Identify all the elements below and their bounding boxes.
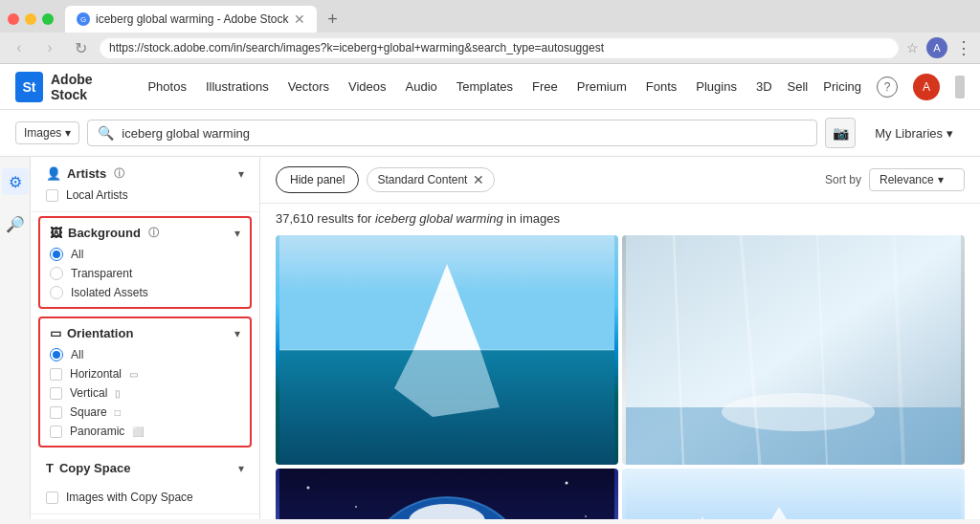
copy-space-chevron[interactable]: ▾ xyxy=(238,462,244,475)
results-area: Hide panel Standard Content ✕ Sort by Re… xyxy=(260,157,980,519)
image-result-2[interactable] xyxy=(622,235,965,465)
background-all-label: All xyxy=(71,248,83,261)
nav-plugins[interactable]: Plugins xyxy=(696,79,737,94)
bookmark-icon[interactable]: ☆ xyxy=(906,40,919,55)
results-number: 37,610 results for xyxy=(276,211,375,226)
orientation-filter-section: ▭ Orientation ▾ All Horizontal xyxy=(38,317,252,448)
background-radio-isolated[interactable] xyxy=(50,286,63,299)
similar-search-icon[interactable]: 🔎 xyxy=(2,210,29,237)
background-filter-title: 🖼 Background ⓘ xyxy=(50,226,159,240)
orientation-option-panoramic[interactable]: Panoramic ⬜ xyxy=(50,425,240,438)
user-avatar[interactable]: A xyxy=(913,74,940,100)
browser-menu-icon[interactable]: ⋮ xyxy=(955,37,972,58)
adobe-stock-logo-text: Adobe Stock xyxy=(51,72,124,102)
close-traffic-light[interactable] xyxy=(8,13,19,25)
nav-free[interactable]: Free xyxy=(532,79,558,94)
nav-audio[interactable]: Audio xyxy=(406,79,437,94)
background-info-icon[interactable]: ⓘ xyxy=(148,226,159,240)
nav-right: Sell Pricing ? A xyxy=(788,74,965,100)
visual-search-button[interactable]: 📷 xyxy=(825,118,856,148)
tab-bar: G iceberg global warming - Adobe Stock ✕… xyxy=(0,0,980,33)
local-artists-checkbox[interactable] xyxy=(46,189,58,202)
copy-space-filter-title: T Copy Space xyxy=(46,461,130,475)
sort-value: Relevance xyxy=(880,173,934,186)
artists-info-icon[interactable]: ⓘ xyxy=(114,166,124,181)
image-result-1[interactable] xyxy=(276,235,618,465)
background-radio-transparent[interactable] xyxy=(50,267,63,280)
nav-illustrations[interactable]: Illustrations xyxy=(206,79,269,94)
standard-content-filter-tag[interactable]: Standard Content ✕ xyxy=(367,167,495,192)
filter-tag-close-icon[interactable]: ✕ xyxy=(473,172,484,187)
copy-space-header[interactable]: T Copy Space ▾ xyxy=(46,461,244,475)
orientation-option-vertical[interactable]: Vertical ▯ xyxy=(50,386,240,400)
background-chevron[interactable]: ▾ xyxy=(234,227,240,240)
adobe-stock-logo-icon: St xyxy=(15,72,43,102)
orientation-radio-all[interactable] xyxy=(50,348,63,361)
background-radio-all[interactable] xyxy=(50,248,63,261)
results-suffix: in images xyxy=(503,211,560,226)
nav-templates[interactable]: Templates xyxy=(457,79,513,94)
square-icon: □ xyxy=(115,407,121,418)
search-icon: 🔍 xyxy=(98,125,114,141)
my-libraries-label: My Libraries xyxy=(875,126,943,141)
new-tab-button[interactable]: + xyxy=(321,8,344,31)
artists-chevron[interactable]: ▾ xyxy=(238,167,244,181)
tab-close-button[interactable]: ✕ xyxy=(294,11,305,27)
help-icon[interactable]: ? xyxy=(877,76,898,98)
maximize-traffic-light[interactable] xyxy=(42,13,54,25)
copy-space-section: T Copy Space ▾ Images with Copy Space xyxy=(31,451,259,514)
copy-space-checkbox[interactable] xyxy=(46,491,58,504)
nav-sell[interactable]: Sell xyxy=(788,79,809,94)
nav-photos[interactable]: Photos xyxy=(147,79,186,94)
refresh-button[interactable]: ↻ xyxy=(69,39,92,57)
forward-button[interactable]: › xyxy=(38,39,61,56)
browser-chrome: G iceberg global warming - Adobe Stock ✕… xyxy=(0,0,980,64)
orientation-filter-header[interactable]: ▭ Orientation ▾ xyxy=(50,326,240,340)
image-result-4[interactable] xyxy=(622,469,965,519)
sort-chevron: ▾ xyxy=(938,173,944,186)
local-artists-option[interactable]: Local Artists xyxy=(46,188,244,202)
search-type-select[interactable]: Images ▾ xyxy=(15,121,79,144)
top-nav: St Adobe Stock Photos Illustrations Vect… xyxy=(0,64,980,110)
orientation-option-square[interactable]: Square □ xyxy=(50,405,240,419)
traffic-lights xyxy=(8,13,54,25)
image-grid xyxy=(260,231,980,519)
background-filter-header[interactable]: 🖼 Background ⓘ ▾ xyxy=(50,226,240,240)
browser-tab[interactable]: G iceberg global warming - Adobe Stock ✕ xyxy=(65,6,317,33)
minimize-traffic-light[interactable] xyxy=(25,13,36,25)
sidebar-filters: 👤 Artists ⓘ ▾ Local Artists 🖼 Backgroun xyxy=(31,157,260,519)
copy-space-icon: T xyxy=(46,461,54,475)
background-filter-section: 🖼 Background ⓘ ▾ All Tran xyxy=(38,216,252,309)
nav-vectors[interactable]: Vectors xyxy=(288,79,329,94)
nav-fonts[interactable]: Fonts xyxy=(646,79,678,94)
address-input[interactable] xyxy=(100,37,899,58)
orientation-check-panoramic[interactable] xyxy=(50,426,62,438)
orientation-check-horizontal[interactable] xyxy=(50,368,62,381)
orientation-chevron[interactable]: ▾ xyxy=(234,327,240,340)
background-option-isolated[interactable]: Isolated Assets xyxy=(50,286,240,299)
radio-inner-orient-all xyxy=(53,351,60,359)
my-libraries-button[interactable]: My Libraries ▾ xyxy=(863,120,965,146)
orientation-option-all[interactable]: All xyxy=(50,348,240,361)
orientation-check-square[interactable] xyxy=(50,406,62,419)
search-input[interactable] xyxy=(122,126,807,141)
filter-tool-icon[interactable]: ⚙ xyxy=(2,168,29,195)
back-button[interactable]: ‹ xyxy=(8,39,31,56)
sort-by-label: Sort by xyxy=(825,173,861,186)
hide-panel-button[interactable]: Hide panel xyxy=(276,166,359,193)
nav-3d[interactable]: 3D xyxy=(756,79,772,94)
copy-space-option[interactable]: Images with Copy Space xyxy=(46,483,244,504)
sort-select[interactable]: Relevance ▾ xyxy=(869,168,965,191)
background-option-all[interactable]: All xyxy=(50,248,240,261)
nav-pricing[interactable]: Pricing xyxy=(823,79,861,94)
image-result-3[interactable] xyxy=(276,469,618,519)
profile-icon[interactable]: A xyxy=(926,37,947,58)
nav-scrollbar xyxy=(955,76,965,98)
orientation-check-vertical[interactable] xyxy=(50,387,62,400)
panoramic-icon: ⬜ xyxy=(132,426,144,437)
nav-links: Photos Illustrations Vectors Videos Audi… xyxy=(147,79,771,94)
nav-premium[interactable]: Premium xyxy=(577,79,627,94)
orientation-option-horizontal[interactable]: Horizontal ▭ xyxy=(50,367,240,381)
nav-videos[interactable]: Videos xyxy=(348,79,387,94)
background-option-transparent[interactable]: Transparent xyxy=(50,267,240,280)
